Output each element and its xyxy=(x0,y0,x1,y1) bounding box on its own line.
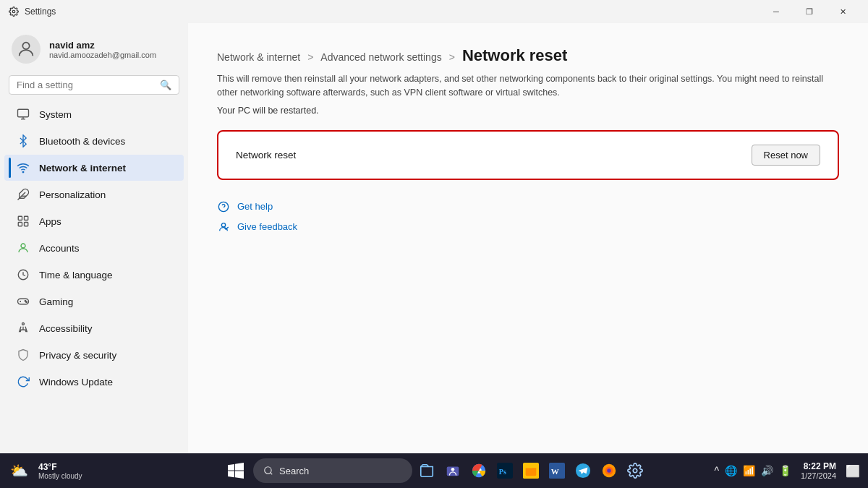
network-tray-icon[interactable]: 🌐 xyxy=(723,465,739,476)
breadcrumb-advanced[interactable]: Advanced network settings xyxy=(320,51,441,63)
page-description: This will remove then reinstall all your… xyxy=(217,72,839,100)
svg-point-23 xyxy=(221,223,225,226)
time-icon xyxy=(16,267,30,282)
sidebar-item-update[interactable]: Windows Update xyxy=(4,369,184,395)
svg-rect-10 xyxy=(18,223,22,226)
taskbar-settings-icon[interactable] xyxy=(624,459,647,482)
weather-desc: Mostly cloudy xyxy=(38,472,82,480)
taskbar-teams-icon[interactable] xyxy=(441,459,464,482)
taskbar-chrome-icon[interactable] xyxy=(467,459,490,482)
give-feedback-link[interactable]: Give feedback xyxy=(217,221,839,234)
user-name: navid amz xyxy=(49,40,156,51)
svg-rect-8 xyxy=(18,216,22,220)
sidebar-item-personalization[interactable]: Personalization xyxy=(4,181,184,207)
sidebar-item-accounts[interactable]: Accounts xyxy=(4,235,184,261)
taskbar-explorer-icon[interactable] xyxy=(519,459,542,482)
svg-point-18 xyxy=(26,301,27,303)
svg-rect-11 xyxy=(25,223,28,226)
taskbar-search[interactable]: Search xyxy=(253,458,412,483)
notification-icon[interactable]: ⬜ xyxy=(843,464,862,478)
wifi-icon[interactable]: 📶 xyxy=(741,465,757,476)
titlebar-controls: ─ ❐ ✕ xyxy=(760,0,859,23)
minimize-button[interactable]: ─ xyxy=(760,0,793,23)
taskbar-word-icon[interactable]: W xyxy=(545,459,569,482)
avatar xyxy=(12,35,41,64)
windows-start-button[interactable] xyxy=(221,456,250,485)
sidebar-item-apps-label: Apps xyxy=(39,216,61,227)
svg-rect-9 xyxy=(25,216,28,220)
get-help-link[interactable]: Get help xyxy=(217,200,839,213)
maximize-button[interactable]: ❐ xyxy=(793,0,826,23)
sidebar-item-apps[interactable]: Apps xyxy=(4,208,184,234)
volume-icon[interactable]: 🔊 xyxy=(759,465,775,476)
network-reset-card: Network reset Reset now xyxy=(217,130,839,180)
user-profile[interactable]: navid amz navid.amoozadeh@gmail.com xyxy=(0,23,188,72)
breadcrumb-sep2: > xyxy=(449,51,455,63)
sidebar-item-privacy[interactable]: Privacy & security xyxy=(4,342,184,368)
help-links: Get help Give feedback xyxy=(217,200,839,234)
breadcrumb-network[interactable]: Network & internet xyxy=(217,51,300,63)
sidebar-search-box[interactable]: 🔍 xyxy=(9,75,179,95)
sidebar-item-accessibility[interactable]: Accessibility xyxy=(4,315,184,341)
weather-info: 43°F Mostly cloudy xyxy=(33,462,88,480)
taskbar-firefox-icon[interactable] xyxy=(597,459,621,482)
battery-icon[interactable]: 🔋 xyxy=(777,465,793,476)
sidebar-item-time-label: Time & language xyxy=(39,270,113,281)
sidebar-item-network[interactable]: Network & internet xyxy=(4,155,184,181)
app-body: navid amz navid.amoozadeh@gmail.com 🔍 Sy… xyxy=(0,23,868,453)
search-input[interactable] xyxy=(17,80,154,90)
taskbar-clock[interactable]: 8:22 PM 1/27/2024 xyxy=(796,461,841,480)
get-help-icon xyxy=(217,200,230,213)
sidebar-item-update-label: Windows Update xyxy=(39,377,113,388)
chevron-up-icon[interactable]: ^ xyxy=(712,465,721,476)
update-icon xyxy=(16,374,30,389)
sidebar-item-gaming[interactable]: Gaming xyxy=(4,288,184,314)
titlebar-title: Settings xyxy=(25,7,56,17)
system-icon xyxy=(16,107,30,121)
main-content: Network & internet > Advanced network se… xyxy=(188,23,868,453)
svg-point-5 xyxy=(22,171,24,173)
accessibility-icon xyxy=(16,321,30,335)
clock-date: 1/27/2024 xyxy=(801,471,836,480)
reset-now-button[interactable]: Reset now xyxy=(752,145,820,166)
weather-temp: 43°F xyxy=(38,462,82,472)
close-button[interactable]: ✕ xyxy=(826,0,859,23)
page-title: Network reset xyxy=(462,46,568,65)
svg-text:W: W xyxy=(551,467,559,476)
network-icon xyxy=(16,160,30,175)
taskbar-search-text: Search xyxy=(279,466,309,476)
svg-point-12 xyxy=(21,244,25,248)
taskbar: ⛅ 43°F Mostly cloudy Search Ps xyxy=(0,453,868,488)
taskbar-center: Search Ps W xyxy=(221,456,647,485)
give-feedback-label: Give feedback xyxy=(237,221,297,232)
weather-icon: ⛅ xyxy=(10,462,28,479)
get-help-label: Get help xyxy=(237,201,273,212)
svg-line-25 xyxy=(271,473,273,475)
svg-point-24 xyxy=(265,467,271,474)
accounts-icon xyxy=(16,241,30,255)
clock-time: 8:22 PM xyxy=(804,461,836,471)
gaming-icon xyxy=(16,294,30,309)
restart-note: Your PC will be restarted. xyxy=(217,106,839,116)
svg-point-27 xyxy=(451,468,455,471)
sidebar-item-bluetooth[interactable]: Bluetooth & devices xyxy=(4,128,184,154)
user-info: navid amz navid.amoozadeh@gmail.com xyxy=(49,40,156,59)
settings-title-icon xyxy=(9,7,19,17)
brush-icon xyxy=(16,187,30,202)
svg-rect-2 xyxy=(18,109,29,117)
svg-text:Ps: Ps xyxy=(499,468,506,476)
sidebar-item-time[interactable]: Time & language xyxy=(4,262,184,288)
sidebar: navid amz navid.amoozadeh@gmail.com 🔍 Sy… xyxy=(0,23,188,453)
svg-point-0 xyxy=(12,10,15,13)
sidebar-item-network-label: Network & internet xyxy=(39,163,126,174)
sidebar-item-bluetooth-label: Bluetooth & devices xyxy=(39,136,125,147)
taskbar-files-icon[interactable] xyxy=(415,459,438,482)
svg-point-38 xyxy=(607,468,611,473)
search-icon: 🔍 xyxy=(160,80,171,90)
breadcrumb: Network & internet > Advanced network se… xyxy=(217,46,839,65)
sidebar-item-system[interactable]: System xyxy=(4,101,184,127)
reset-card-label: Network reset xyxy=(236,150,296,160)
taskbar-photoshop-icon[interactable]: Ps xyxy=(493,459,516,482)
sys-tray: ^ 🌐 📶 🔊 🔋 xyxy=(712,465,793,476)
taskbar-telegram-icon[interactable] xyxy=(571,459,595,482)
